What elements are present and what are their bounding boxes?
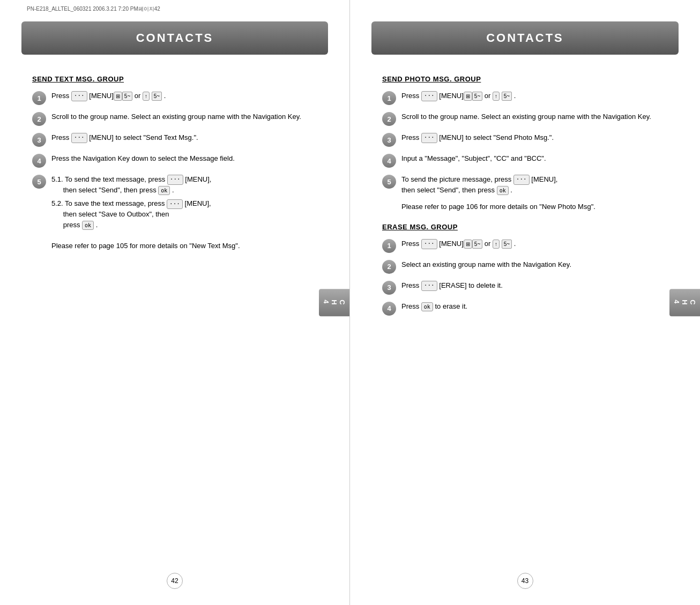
step-text-2: Scroll to the group name. Select an exis… xyxy=(51,111,301,122)
e-menu-icon-3: ··· xyxy=(421,281,437,291)
step-1: 1 Press ··· [MENU]⊞5~ or ↑ 5~ . xyxy=(32,91,323,105)
step-text-4: Press the Navigation Key down to select … xyxy=(51,153,235,164)
step-text-1: Press ··· [MENU]⊞5~ or ↑ 5~ . xyxy=(51,91,166,101)
r-nav-icon-1: ⊞ xyxy=(464,92,472,101)
r-step-4: 4 Input a "Message", "Subject", "CC" and… xyxy=(382,153,673,168)
step-num-3: 3 xyxy=(32,133,46,147)
left-note: Please refer to page 105 for more detail… xyxy=(51,241,323,251)
left-content: SEND TEXT MSG. GROUP 1 Press ··· [MENU]⊞… xyxy=(0,55,349,266)
step-3: 3 Press ··· [MENU] to select "Send Text … xyxy=(32,132,323,147)
file-info: PN-E218_ALLTEL_060321 2006.3.21 7:20 PM페… xyxy=(27,5,160,13)
step-4: 4 Press the Navigation Key down to selec… xyxy=(32,153,323,168)
e-step-num-2: 2 xyxy=(382,260,396,274)
right-chapter-tab: CH4 xyxy=(669,289,700,316)
e-step-1: 1 Press ··· [MENU]⊞5~ or ↑ 5~ . xyxy=(382,238,673,253)
r-step-num-2: 2 xyxy=(382,112,396,126)
r-step-text-4: Input a "Message", "Subject", "CC" and "… xyxy=(401,153,546,164)
menu-icon-5-2: ··· xyxy=(167,199,183,210)
e-step-num-1: 1 xyxy=(382,239,396,253)
r-five-icon-1: 5~ xyxy=(472,92,482,101)
sub-step-5-2: 5.2. To save the text message, press ···… xyxy=(51,198,323,230)
r-menu-icon-5: ··· xyxy=(513,175,530,185)
r-step-text-2: Scroll to the group name. Select an exis… xyxy=(401,111,651,122)
e-ok-icon-4: ok xyxy=(421,302,433,311)
right-content: SEND PHOTO MSG. GROUP 1 Press ··· [MENU]… xyxy=(350,55,700,333)
step-num-1: 1 xyxy=(32,91,46,105)
step-5: 5 5.1. To send the text message, press ·… xyxy=(32,174,323,234)
e-step-3: 3 Press ··· [ERASE] to delete it. xyxy=(382,280,673,295)
menu-icon-1: ··· xyxy=(71,91,87,101)
step-num-2: 2 xyxy=(32,112,46,126)
five-icon-1: 5~ xyxy=(122,92,132,101)
r-menu-icon-3: ··· xyxy=(421,133,437,143)
e-step-num-4: 4 xyxy=(382,302,396,316)
e-step-4: 4 Press ok to erase it. xyxy=(382,301,673,316)
step-text-3: Press ··· [MENU] to select "Send Text Ms… xyxy=(51,132,198,143)
r-menu-icon-1: ··· xyxy=(421,91,437,101)
right-note-1: Please refer to page 106 for more detail… xyxy=(401,201,673,212)
menu-icon-5-1: ··· xyxy=(167,175,183,185)
step-num-5: 5 xyxy=(32,175,46,189)
e-step-text-3: Press ··· [ERASE] to delete it. xyxy=(401,280,503,291)
left-section-title: SEND TEXT MSG. GROUP xyxy=(32,75,323,83)
e-step-text-2: Select an existing group name with the N… xyxy=(401,259,571,270)
nav-icon-1b: ↑ xyxy=(143,92,150,101)
r-five-icon-1b: 5~ xyxy=(502,92,512,101)
right-header: CONTACTS xyxy=(371,21,679,55)
r-step-3: 3 Press ··· [MENU] to select "Send Photo… xyxy=(382,132,673,147)
r-step-text-1: Press ··· [MENU]⊞5~ or ↑ 5~ . xyxy=(401,91,516,101)
right-page-num: 43 xyxy=(517,573,533,589)
left-chapter-tab: CH4 xyxy=(319,289,349,316)
right-section-title-1: SEND PHOTO MSG. GROUP xyxy=(382,75,673,83)
e-nav-icon-1: ⊞ xyxy=(464,240,472,249)
nav-icon-1: ⊞ xyxy=(114,92,122,101)
ok-icon-5-2: ok xyxy=(82,221,94,230)
e-five-icon-1b: 5~ xyxy=(502,240,512,249)
right-section-title-2: ERASE MSG. GROUP xyxy=(382,223,673,231)
r-step-text-3: Press ··· [MENU] to select "Send Photo M… xyxy=(401,132,554,143)
ok-icon-5-1: ok xyxy=(158,186,170,195)
step-num-4: 4 xyxy=(32,154,46,168)
e-step-text-4: Press ok to erase it. xyxy=(401,301,467,312)
r-step-num-5: 5 xyxy=(382,175,396,189)
left-header: CONTACTS xyxy=(21,21,328,55)
right-page: CONTACTS SEND PHOTO MSG. GROUP 1 Press ·… xyxy=(350,0,700,605)
r-step-1: 1 Press ··· [MENU]⊞5~ or ↑ 5~ . xyxy=(382,91,673,105)
r-step-num-3: 3 xyxy=(382,133,396,147)
e-nav-icon-1b: ↑ xyxy=(493,240,500,249)
five-icon-1b: 5~ xyxy=(152,92,162,101)
r-step-5: 5 To send the picture message, press ···… xyxy=(382,174,673,195)
e-step-num-3: 3 xyxy=(382,281,396,295)
r-step-num-1: 1 xyxy=(382,91,396,105)
r-step-text-5: To send the picture message, press ··· [… xyxy=(401,174,557,195)
step-5-content: 5.1. To send the text message, press ···… xyxy=(51,174,323,234)
menu-icon-3: ··· xyxy=(71,133,87,143)
left-page: PN-E218_ALLTEL_060321 2006.3.21 7:20 PM페… xyxy=(0,0,350,605)
sub-step-5-1: 5.1. To send the text message, press ···… xyxy=(51,174,323,195)
e-step-text-1: Press ··· [MENU]⊞5~ or ↑ 5~ . xyxy=(401,238,516,249)
e-five-icon-1: 5~ xyxy=(472,240,482,249)
e-step-2: 2 Select an existing group name with the… xyxy=(382,259,673,274)
left-page-num: 42 xyxy=(167,573,183,589)
r-nav-icon-1b: ↑ xyxy=(493,92,500,101)
step-2: 2 Scroll to the group name. Select an ex… xyxy=(32,111,323,126)
r-step-2: 2 Scroll to the group name. Select an ex… xyxy=(382,111,673,126)
r-step-num-4: 4 xyxy=(382,154,396,168)
e-menu-icon-1: ··· xyxy=(421,239,437,249)
r-ok-icon-5: ok xyxy=(497,186,509,195)
